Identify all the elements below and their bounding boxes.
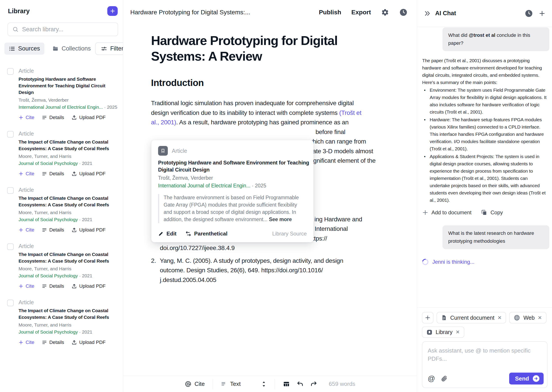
plus-icon [425,315,431,321]
upload-icon [72,227,77,233]
ai-bullet-list: Environment: The system uses Field Progr… [422,86,548,204]
upload-icon [72,340,77,345]
document-editor: Hardware Prototyping for Digital Systems… [123,0,417,392]
upload-icon [72,115,77,120]
details-icon [42,284,47,289]
upload-pdf-button[interactable]: Upload PDF [72,227,106,233]
cite-button[interactable]: Cite [19,340,34,345]
details-button[interactable]: Details [42,115,64,120]
source-checkbox[interactable] [7,187,14,194]
settings-gear-icon[interactable] [381,8,389,16]
source-checkbox[interactable] [7,243,14,250]
source-card: Article The Impact of Climate Change on … [0,294,123,350]
remove-chip-icon[interactable]: ✕ [456,329,460,335]
list-icon [9,46,15,52]
filter-button[interactable]: Filter [95,42,123,55]
chip-web[interactable]: Web ✕ [509,312,546,323]
cite-button[interactable]: Cite [19,171,34,177]
remove-chip-icon[interactable]: ✕ [538,315,542,321]
chip-current-document[interactable]: Current document ✕ [436,312,506,323]
citation-popup: Article Prototyping Hardware and Softwar… [151,140,313,242]
copy-button[interactable]: Copy [481,210,503,216]
upload-pdf-button[interactable]: Upload PDF [72,115,106,120]
parenthetical-toggle-button[interactable]: Parenthetical [185,231,227,237]
insert-table-icon[interactable] [283,381,290,388]
citation-link[interactable]: (Trošt et [339,109,362,116]
source-checkbox[interactable] [7,300,14,306]
details-button[interactable]: Details [42,283,64,289]
cite-button[interactable]: Cite [19,227,34,233]
details-icon [42,115,47,120]
library-sidebar: Library Sources Collections [0,0,123,392]
upload-pdf-button[interactable]: Upload PDF [72,171,106,177]
popup-source-journal: International Journal of Electrical Engi… [158,183,250,189]
attachment-paperclip-icon[interactable] [441,375,448,382]
source-authors: Moore, Turner, and Harris [19,153,117,159]
text-lines-icon [221,381,227,387]
tab-sources[interactable]: Sources [4,42,44,55]
chat-header: AI Chat [417,0,552,27]
add-source-button[interactable] [107,6,118,16]
source-type-label: Article [19,68,117,74]
source-journal: Journal of Social Psychology [19,273,78,278]
send-button[interactable]: Send [509,373,544,385]
popup-source-title: Prototyping Hardware and Software Enviro… [158,159,307,173]
plus-icon [110,8,115,14]
context-chips: Current document ✕ Web ✕ Library ✕ [422,312,548,338]
ai-chat-panel: AI Chat What did @trost et al conclude i… [417,0,552,392]
cite-button[interactable]: Cite [19,115,34,120]
library-title: Library [8,7,29,15]
chip-library[interactable]: Library ✕ [422,327,464,338]
tab-collections[interactable]: Collections [48,42,95,55]
chat-input[interactable] [422,342,547,370]
source-journal: Journal of Social Psychology [19,329,78,335]
see-more-link[interactable]: See more [269,217,292,222]
collapse-chevrons-icon[interactable] [424,10,431,17]
ai-bullet: Applications & Student Projects: The sys… [422,153,548,204]
sidebar-header: Library [0,0,123,16]
details-button[interactable]: Details [42,171,64,177]
chevron-updown-icon[interactable] [261,381,267,387]
doc-heading-2: Introduction [151,78,417,88]
chat-history-clock-icon[interactable] [525,9,533,18]
chat-messages[interactable]: What did @trost et al conclude in this p… [417,27,552,307]
upload-pdf-button[interactable]: Upload PDF [72,283,106,289]
chat-input-area: Current document ✕ Web ✕ Library ✕ @ [417,307,552,392]
source-checkbox[interactable] [7,131,14,138]
source-type-label: Article [19,299,117,306]
redo-icon[interactable] [310,381,317,388]
editor-header: Hardware Prototyping for Digital Systems… [123,0,417,25]
plus-icon [19,228,23,232]
source-checkbox[interactable] [7,68,14,75]
add-context-chip-button[interactable] [422,312,433,323]
edit-citation-button[interactable]: Edit [158,231,176,237]
source-year: 2021 [82,273,92,278]
toolbar-text-style-button[interactable]: Text [221,381,241,387]
document-icon [441,315,447,321]
plus-icon [422,210,428,216]
history-clock-icon[interactable] [399,8,408,17]
remove-chip-icon[interactable]: ✕ [497,315,502,321]
reference-item: 2.Yang, M. C. (2005). A study of prototy… [151,256,417,285]
thinking-label: Jenni is thinking... [432,259,474,265]
upload-icon [72,171,77,176]
citation-link[interactable]: al., 2001) [151,119,176,126]
source-card: Article The Impact of Climate Change on … [0,182,123,238]
search-input[interactable] [22,26,113,33]
undo-icon[interactable] [297,381,304,388]
add-to-document-button[interactable]: Add to document [422,210,472,216]
bookmark-badge-icon [158,146,168,156]
publish-button[interactable]: Publish [319,9,341,16]
tab-sources-label: Sources [18,45,40,52]
details-button[interactable]: Details [42,227,64,233]
export-button[interactable]: Export [351,9,371,16]
word-count: 659 words [329,381,355,387]
cite-button[interactable]: Cite [19,283,34,289]
details-button[interactable]: Details [42,340,64,345]
toolbar-cite-button[interactable]: Cite [185,381,205,387]
source-type-label: Article [19,187,117,193]
chat-input-box: @ Send [422,341,548,388]
upload-pdf-button[interactable]: Upload PDF [72,340,106,345]
mention-at-icon[interactable]: @ [428,374,435,383]
new-chat-plus-icon[interactable] [539,10,545,17]
